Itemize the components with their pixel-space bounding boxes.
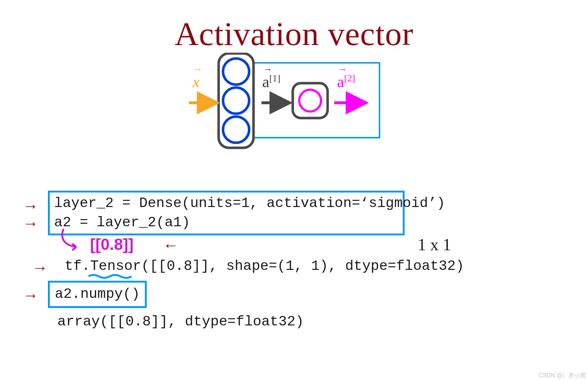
layer2-code-box: layer_2 = Dense(units=1, activation=‘sig… [48,191,405,235]
red-arrow-left-icon: ← [163,234,179,256]
x-vector-label: → x [192,73,200,91]
svg-point-3 [223,88,249,114]
numpy-call: a2.numpy() [55,286,140,302]
shape-label: 1 x 1 [418,234,451,256]
svg-rect-5 [293,83,328,118]
red-arrow-icon: → [23,212,38,234]
svg-point-2 [223,58,249,85]
red-arrow-icon: → [23,284,38,306]
code-line-layer2-def: layer_2 = Dense(units=1, activation=‘sig… [54,194,398,213]
a1-vector-label: → a[1] [262,73,280,91]
watermark: CSDN @）罗小黑 [539,372,586,380]
numpy-call-box: a2.numpy() [48,281,147,308]
array-output-line: array([[0.8]], dtype=float32) [57,312,304,332]
underline-squiggle [88,273,139,279]
hand-value: [[0.8]] [90,234,134,255]
code-line-a2-call: a2 = layer_2(a1) [54,213,398,232]
svg-point-4 [223,117,249,143]
a2-vector-label: → a[2] [337,73,355,91]
slide-title: Activation vector [0,15,588,53]
network-diagram: → x → a[1] → a[2] [185,53,389,158]
red-arrow-icon: → [32,257,48,278]
